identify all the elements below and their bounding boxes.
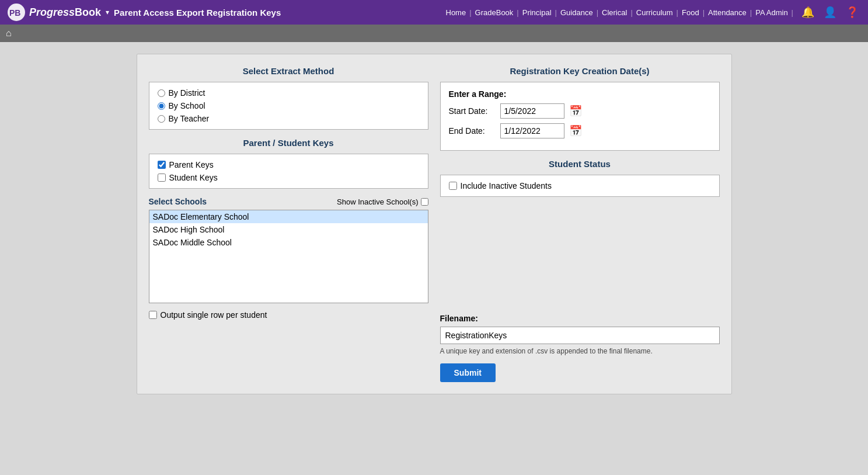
reg-key-dates-title: Registration Key Creation Date(s) (440, 66, 720, 76)
filename-label: Filename: (440, 314, 720, 323)
help-icon[interactable]: ❓ (843, 5, 861, 20)
radio-district-label: By District (169, 88, 205, 98)
student-keys-input[interactable] (158, 174, 166, 182)
end-date-label: End Date: (449, 126, 496, 136)
radio-district-input[interactable] (158, 89, 165, 97)
extract-method-radio-group: By District By School By Teacher (158, 88, 420, 123)
nav-links: Home | GradeBook | Principal | Guidance … (442, 8, 794, 17)
student-status-box: Include Inactive Students (440, 175, 720, 197)
output-single-row-text: Output single row per student (161, 310, 267, 320)
radio-school-input[interactable] (158, 102, 165, 110)
include-inactive-text: Include Inactive Students (461, 181, 552, 190)
output-single-row-label[interactable]: Output single row per student (149, 310, 267, 320)
end-date-calendar-icon[interactable]: 📅 (569, 124, 582, 137)
school-item-elementary[interactable]: SADoc Elementary School (149, 210, 428, 223)
show-inactive-label[interactable]: Show Inactive School(s) (337, 197, 428, 206)
checkbox-parent-keys[interactable]: Parent Keys (158, 160, 420, 169)
nav-food[interactable]: Food (678, 8, 703, 17)
radio-by-school[interactable]: By School (158, 101, 420, 110)
progressbook-logo-icon: PB (7, 3, 26, 22)
enter-range-label: Enter a Range: (449, 89, 711, 99)
bell-icon[interactable]: 🔔 (799, 5, 817, 20)
select-schools-header: Select Schools Show Inactive School(s) (149, 197, 428, 206)
show-inactive-checkbox[interactable] (421, 198, 428, 206)
date-range-box: Enter a Range: Start Date: 📅 End Date: 📅 (440, 82, 720, 151)
select-schools-section: Select Schools Show Inactive School(s) S… (149, 197, 428, 303)
subbar: ⌂ (0, 25, 868, 42)
submit-button[interactable]: Submit (440, 363, 496, 382)
include-inactive-label[interactable]: Include Inactive Students (449, 181, 711, 190)
nav-icons: 🔔 👤 ❓ (799, 5, 861, 20)
start-date-calendar-icon[interactable]: 📅 (569, 105, 582, 117)
left-column: Select Extract Method By District By Sch… (149, 66, 428, 382)
svg-text:PB: PB (9, 8, 20, 18)
page-title: Parent Access Export Registration Keys (114, 8, 281, 18)
topbar: PB ProgressBook ▾ Parent Access Export R… (0, 0, 868, 25)
parent-keys-label: Parent Keys (169, 160, 214, 169)
checkbox-student-keys[interactable]: Student Keys (158, 173, 420, 182)
user-icon[interactable]: 👤 (821, 5, 839, 20)
home-icon-button[interactable]: ⌂ (6, 28, 12, 39)
nav-pa-admin[interactable]: PA Admin (752, 8, 791, 17)
logo-text: ProgressBook (29, 6, 101, 19)
start-date-label: Start Date: (449, 106, 496, 116)
include-inactive-checkbox[interactable] (449, 182, 457, 190)
parent-student-keys-box: Parent Keys Student Keys (149, 154, 428, 189)
end-date-input[interactable] (500, 123, 564, 138)
filename-hint: A unique key and extension of .csv is ap… (440, 346, 720, 356)
select-schools-title: Select Schools (149, 197, 207, 206)
extract-method-title: Select Extract Method (149, 66, 428, 76)
nav-guidance[interactable]: Guidance (557, 8, 597, 17)
school-item-middle[interactable]: SADoc Middle School (149, 236, 428, 249)
nav-clerical[interactable]: Clerical (598, 8, 630, 17)
school-item-high[interactable]: SADoc High School (149, 223, 428, 236)
radio-by-district[interactable]: By District (158, 88, 420, 98)
nav-curriculum[interactable]: Curriculum (633, 8, 677, 17)
nav-gradebook[interactable]: GradeBook (472, 8, 517, 17)
start-date-row: Start Date: 📅 (449, 103, 711, 119)
parent-keys-input[interactable] (158, 161, 166, 169)
nav-attendance[interactable]: Attendance (705, 8, 750, 17)
output-single-row-section: Output single row per student (149, 310, 428, 320)
form-card: Select Extract Method By District By Sch… (137, 54, 732, 394)
logo-area: PB ProgressBook (7, 3, 101, 22)
nav-principal[interactable]: Principal (519, 8, 555, 17)
dropdown-arrow-icon[interactable]: ▾ (106, 8, 109, 16)
radio-school-label: By School (169, 101, 205, 110)
keys-checkbox-group: Parent Keys Student Keys (158, 160, 420, 182)
extract-method-box: By District By School By Teacher (149, 82, 428, 130)
show-inactive-text: Show Inactive School(s) (337, 197, 418, 206)
end-date-row: End Date: 📅 (449, 123, 711, 138)
filename-input[interactable] (440, 327, 720, 344)
student-keys-label: Student Keys (169, 173, 218, 182)
radio-teacher-input[interactable] (158, 115, 165, 123)
form-layout: Select Extract Method By District By Sch… (149, 66, 720, 382)
radio-by-teacher[interactable]: By Teacher (158, 114, 420, 123)
student-status-title: Student Status (440, 159, 720, 169)
reg-key-dates-section: Registration Key Creation Date(s) Enter … (440, 66, 720, 151)
main-content: Select Extract Method By District By Sch… (0, 42, 868, 475)
schools-listbox[interactable]: SADoc Elementary School SADoc High Schoo… (149, 210, 428, 303)
nav-home[interactable]: Home (442, 8, 470, 17)
radio-teacher-label: By Teacher (169, 114, 210, 123)
filename-section: Filename: A unique key and extension of … (440, 314, 720, 382)
output-single-row-checkbox[interactable] (149, 311, 157, 319)
start-date-input[interactable] (500, 103, 564, 119)
parent-student-keys-title: Parent / Student Keys (149, 138, 428, 148)
right-column: Registration Key Creation Date(s) Enter … (440, 66, 720, 382)
